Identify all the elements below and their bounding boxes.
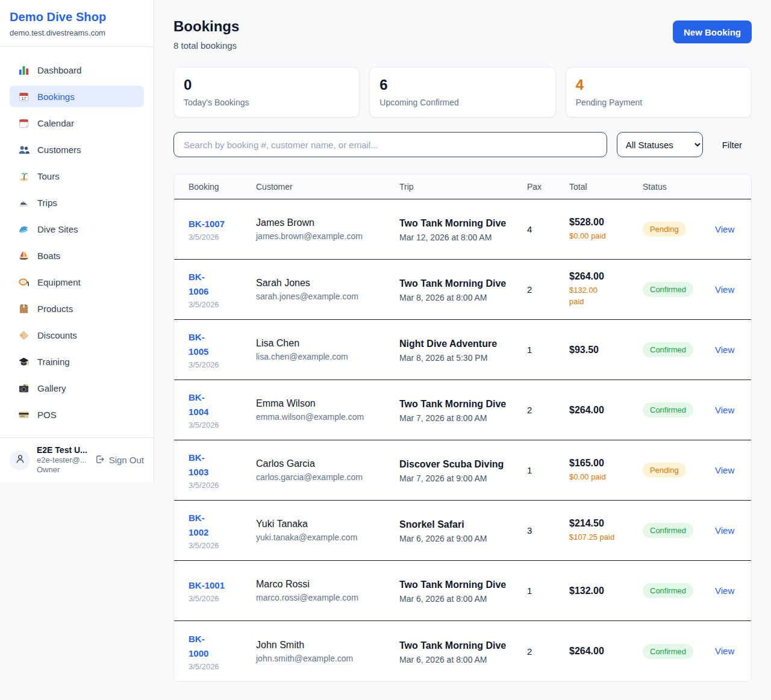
stat-label: Pending Payment <box>576 98 741 107</box>
sidebar-item-label: Discounts <box>37 330 77 340</box>
amount-paid: $0.00 paid <box>569 472 634 483</box>
sidebar-item-gallery[interactable]: Gallery <box>10 377 144 399</box>
column-header-booking: Booking <box>189 182 256 192</box>
wave-icon <box>18 223 30 235</box>
stats-row: 0 Today's Bookings 6 Upcoming Confirmed … <box>173 67 752 117</box>
sidebar-item-dive-sites[interactable]: Dive Sites <box>10 218 144 240</box>
total-amount: $528.00 <box>569 217 634 228</box>
status-badge: Confirmed <box>643 282 693 297</box>
sidebar-item-trips[interactable]: Trips <box>10 192 144 213</box>
table-body: BK-10073/5/2026James Brownjames.brown@ex… <box>174 199 751 681</box>
booking-id-link[interactable]: BK-1001 <box>189 578 248 593</box>
view-link[interactable]: View <box>715 646 734 656</box>
sidebar-item-training[interactable]: Training <box>10 351 144 372</box>
view-link[interactable]: View <box>715 224 734 234</box>
stat-value: 6 <box>379 77 545 93</box>
booking-cell: BK- 10003/5/2026 <box>189 632 256 671</box>
booking-id-link[interactable]: BK-1007 <box>189 217 248 231</box>
calendar-icon <box>18 117 30 129</box>
total-amount: $214.50 <box>569 518 634 529</box>
stat-card-upcoming-confirmed: 6 Upcoming Confirmed <box>369 67 555 117</box>
user-email: e2e-tester@... <box>37 455 87 465</box>
status-filter-select[interactable]: All Statuses <box>617 132 703 157</box>
booking-id-link[interactable]: BK- 1000 <box>189 632 248 661</box>
sidebar-item-calendar[interactable]: Calendar <box>10 112 144 134</box>
trip-date: Mar 7, 2026 at 8:00 AM <box>399 413 519 423</box>
new-booking-button[interactable]: New Booking <box>673 20 752 43</box>
island-icon <box>18 170 30 182</box>
table-header: BookingCustomerTripPaxTotalStatus <box>174 174 751 199</box>
search-input[interactable] <box>173 132 607 157</box>
table-row: BK- 10063/5/2026Sarah Jonessarah.jones@e… <box>174 260 751 320</box>
sidebar-item-label: Trips <box>37 198 57 208</box>
user-meta: E2E Test U... e2e-tester@... Owner <box>37 445 87 475</box>
status-badge: Confirmed <box>643 342 693 357</box>
status-cell: Confirmed <box>643 402 715 417</box>
total-cell: $264.00$132.00 paid <box>569 271 643 308</box>
status-cell: Confirmed <box>643 523 715 538</box>
customer-name: John Smith <box>256 640 391 651</box>
sidebar-item-dashboard[interactable]: Dashboard <box>10 59 144 81</box>
sidebar-item-label: POS <box>37 410 57 420</box>
booking-id-link[interactable]: BK- 1006 <box>189 270 248 299</box>
booking-id-link[interactable]: BK- 1004 <box>189 390 248 419</box>
status-badge: Confirmed <box>643 644 693 659</box>
trip-name: Two Tank Morning Dive <box>399 397 519 411</box>
diving-mask-icon <box>18 277 30 288</box>
sidebar-item-pos[interactable]: POS <box>10 404 144 425</box>
booking-date: 3/5/2026 <box>189 594 248 603</box>
view-link[interactable]: View <box>715 405 734 415</box>
user-icon <box>14 453 26 467</box>
view-link[interactable]: View <box>715 586 734 596</box>
booking-date: 3/5/2026 <box>189 233 248 242</box>
sidebar-item-customers[interactable]: Customers <box>10 139 144 160</box>
view-link[interactable]: View <box>715 525 734 536</box>
booking-id-link[interactable]: BK- 1002 <box>189 511 248 540</box>
view-cell: View <box>715 405 743 416</box>
sidebar-item-equipment[interactable]: Equipment <box>10 271 144 293</box>
trip-name: Discover Scuba Diving <box>399 457 519 472</box>
view-cell: View <box>715 465 743 476</box>
sidebar-item-label: Dive Sites <box>37 224 78 234</box>
total-amount: $264.00 <box>569 405 634 416</box>
sidebar-item-discounts[interactable]: Discounts <box>10 324 144 346</box>
view-cell: View <box>715 646 743 657</box>
trip-date: Mar 12, 2026 at 8:00 AM <box>399 233 519 242</box>
bookings-table: BookingCustomerTripPaxTotalStatus BK-100… <box>173 173 752 682</box>
amount-paid: $132.00 paid <box>569 285 634 308</box>
pax-cell: 1 <box>527 345 569 355</box>
view-link[interactable]: View <box>715 284 734 295</box>
view-link[interactable]: View <box>715 465 734 475</box>
sign-out-label: Sign Out <box>109 455 144 465</box>
booking-id-link[interactable]: BK- 1003 <box>189 451 248 480</box>
customer-name: Emma Wilson <box>256 398 391 409</box>
sidebar-item-tours[interactable]: Tours <box>10 165 144 187</box>
view-link[interactable]: View <box>715 345 734 355</box>
trip-name: Snorkel Safari <box>399 517 519 532</box>
table-row: BK- 10043/5/2026Emma Wilsonemma.wilson@e… <box>174 380 751 440</box>
booking-id-link[interactable]: BK- 1005 <box>189 330 248 359</box>
sidebar-item-boats[interactable]: Boats <box>10 245 144 266</box>
page-subtitle: 8 total bookings <box>173 40 239 51</box>
trip-date: Mar 6, 2026 at 8:00 AM <box>399 655 519 664</box>
pax-cell: 1 <box>527 586 569 596</box>
stat-label: Upcoming Confirmed <box>379 98 545 107</box>
sign-out-button[interactable]: Sign Out <box>95 454 144 466</box>
total-cell: $165.00$0.00 paid <box>569 458 643 483</box>
booking-date: 3/5/2026 <box>189 541 248 550</box>
booking-cell: BK-10013/5/2026 <box>189 578 256 603</box>
sidebar-item-products[interactable]: Products <box>10 298 144 319</box>
filter-button[interactable]: Filter <box>713 140 752 150</box>
sailboat-icon <box>18 250 30 261</box>
brand: Demo Dive Shop demo.test.divestreams.com <box>0 0 154 47</box>
column-header-customer: Customer <box>256 182 399 192</box>
sidebar-item-bookings[interactable]: 17Bookings <box>10 86 144 107</box>
pax-cell: 2 <box>527 405 569 415</box>
customer-cell: Carlos Garciacarlos.garcia@example.com <box>256 458 399 482</box>
shop-name: Demo Dive Shop <box>10 10 144 24</box>
trip-cell: Two Tank Morning DiveMar 6, 2026 at 8:00… <box>399 639 527 664</box>
total-cell: $528.00$0.00 paid <box>569 217 643 242</box>
stat-label: Today's Bookings <box>184 98 349 107</box>
trip-cell: Night Dive AdventureMar 8, 2026 at 5:30 … <box>399 337 527 363</box>
trip-cell: Two Tank Morning DiveMar 6, 2026 at 8:00… <box>399 578 527 604</box>
